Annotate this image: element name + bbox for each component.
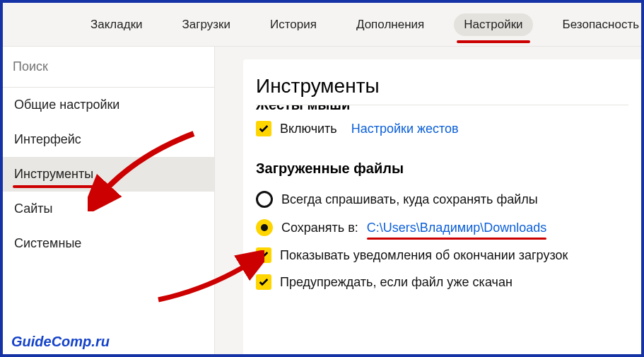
tab-downloads[interactable]: Загрузки xyxy=(172,13,240,36)
enable-gestures-label: Включить xyxy=(280,122,337,136)
sidebar-item-label: Сайты xyxy=(14,201,52,216)
sidebar-item-general[interactable]: Общие настройки xyxy=(3,88,214,122)
checkbox-enable-gestures[interactable] xyxy=(256,121,271,136)
settings-sidebar: Общие настройки Интерфейс Инструменты Са… xyxy=(3,47,215,354)
check-icon xyxy=(258,123,269,134)
tab-addons[interactable]: Дополнения xyxy=(346,13,434,36)
sidebar-item-system[interactable]: Системные xyxy=(3,226,214,261)
search-input[interactable] xyxy=(13,59,204,74)
section-title-mouse-gestures: Жесты мыши xyxy=(256,105,350,113)
page-title: Инструменты xyxy=(256,75,628,98)
watermark: GuideComp.ru xyxy=(11,334,110,350)
gestures-settings-link[interactable]: Настройки жестов xyxy=(351,122,459,136)
settings-main: Инструменты Жесты мыши Включить Настройк… xyxy=(243,59,641,354)
warn-existing-label: Предупреждать, если файл уже скачан xyxy=(280,275,513,290)
checkbox-warn-existing[interactable] xyxy=(256,274,271,290)
radio-always-ask[interactable] xyxy=(256,191,273,208)
tab-bookmarks[interactable]: Закладки xyxy=(81,13,153,36)
sidebar-item-tools[interactable]: Инструменты xyxy=(3,157,214,192)
sidebar-item-label: Инструменты xyxy=(14,167,93,181)
sidebar-item-sites[interactable]: Сайты xyxy=(3,192,214,226)
sidebar-item-label: Системные xyxy=(14,236,81,250)
checkbox-notify-complete[interactable] xyxy=(256,247,271,263)
sidebar-item-label: Интерфейс xyxy=(14,132,81,146)
always-ask-label: Всегда спрашивать, куда сохранять файлы xyxy=(281,192,538,207)
top-tabs: Закладки Загрузки История Дополнения Нас… xyxy=(3,3,641,47)
sidebar-item-interface[interactable]: Интерфейс xyxy=(3,122,214,157)
section-title-downloads: Загруженные файлы xyxy=(256,160,628,177)
check-icon xyxy=(258,250,269,261)
download-path-link[interactable]: C:\Users\Владимир\Downloads xyxy=(367,221,547,235)
tab-settings[interactable]: Настройки xyxy=(454,13,532,36)
check-icon xyxy=(258,276,269,288)
radio-save-to[interactable] xyxy=(256,219,273,236)
tab-security[interactable]: Безопасность xyxy=(553,13,641,36)
tab-history[interactable]: История xyxy=(260,13,327,36)
sidebar-item-label: Общие настройки xyxy=(14,98,119,112)
notify-complete-label: Показывать уведомления об окончании загр… xyxy=(280,248,568,263)
save-to-label: Сохранять в: xyxy=(281,221,358,235)
